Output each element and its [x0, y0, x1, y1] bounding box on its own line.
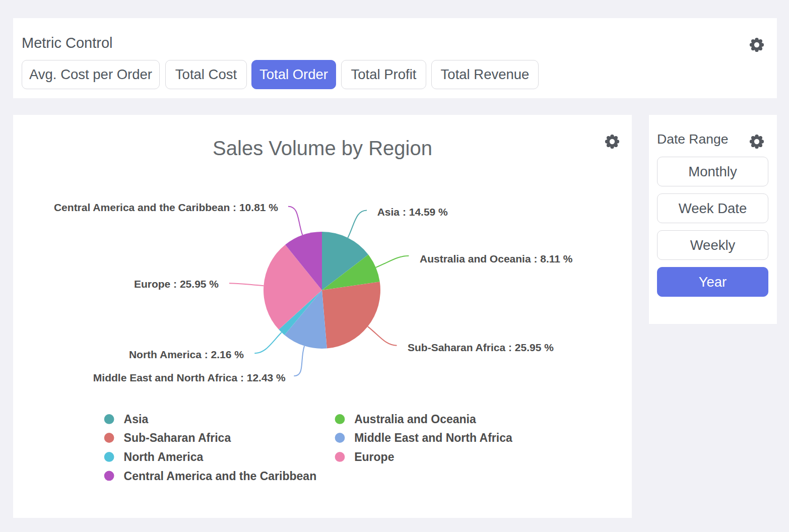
svg-text:Australia and Oceania : 8.11 %: Australia and Oceania : 8.11 %: [420, 253, 573, 264]
svg-text:Middle East and North Africa :: Middle East and North Africa : 12.43 %: [93, 372, 286, 383]
svg-text:Europe: Europe: [354, 450, 394, 463]
svg-text:Sub-Saharan Africa: Sub-Saharan Africa: [124, 431, 231, 444]
svg-text:Australia and Oceania: Australia and Oceania: [354, 413, 476, 426]
svg-text:North America : 2.16 %: North America : 2.16 %: [129, 349, 244, 360]
svg-text:Asia : 14.59 %: Asia : 14.59 %: [377, 206, 448, 218]
svg-text:Asia: Asia: [124, 413, 149, 426]
svg-text:Central America and the Caribb: Central America and the Caribbean: [124, 470, 317, 483]
svg-text:North America: North America: [124, 450, 204, 463]
svg-text:Central America and the Caribb: Central America and the Caribbean : 10.8…: [54, 202, 278, 213]
svg-text:Middle East and North Africa: Middle East and North Africa: [354, 431, 512, 444]
svg-text:Sub-Saharan Africa : 25.95 %: Sub-Saharan Africa : 25.95 %: [408, 342, 554, 353]
svg-text:Europe : 25.95 %: Europe : 25.95 %: [134, 278, 219, 290]
